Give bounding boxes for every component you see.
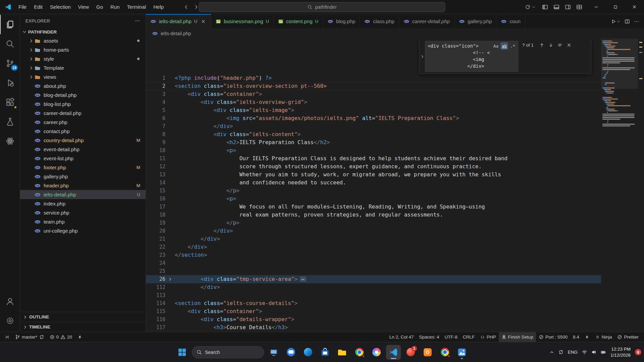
tree-folder-style[interactable]: style — [20, 54, 146, 63]
menu-go[interactable]: Go — [93, 2, 107, 12]
line-number[interactable]: 18 — [146, 211, 165, 219]
status-ninja[interactable]: Ninja — [592, 332, 615, 342]
line-number[interactable]: 22 — [146, 243, 165, 251]
code-line[interactable]: 12 score through structured lessons, exp… — [146, 163, 601, 171]
activity-extensions[interactable] — [0, 93, 20, 112]
tree-file-header.php[interactable]: phpheader.phpM — [20, 181, 146, 190]
status-prettier[interactable]: Prettier — [614, 332, 641, 342]
code-line[interactable]: 3 <div class="container"> — [146, 90, 601, 98]
line-number[interactable]: 116 — [146, 315, 165, 323]
activity-source-control[interactable]: 19 — [0, 54, 20, 73]
tab-content.png[interactable]: content.pngU — [274, 14, 323, 28]
line-number[interactable]: 26 — [146, 275, 165, 283]
menu-run[interactable]: Run — [107, 2, 123, 12]
tree-file-blog-detail.php[interactable]: phpblog-detail.php — [20, 90, 146, 100]
activity-run-and-debug[interactable] — [0, 73, 20, 93]
line-number[interactable]: 4 — [146, 98, 165, 106]
activity-addons[interactable] — [0, 131, 20, 151]
menu-edit[interactable]: Edit — [30, 2, 46, 12]
code-line[interactable]: 17 We focus on all four modules—Listenin… — [146, 203, 601, 211]
line-number[interactable]: 21 — [146, 235, 165, 243]
tree-file-ielts-detail.php[interactable]: phpielts-detail.phpU — [20, 190, 146, 199]
code-line[interactable]: 21 </div> — [146, 235, 601, 243]
code-line[interactable]: 25 — [146, 267, 601, 275]
chevron-up-icon[interactable] — [549, 350, 554, 355]
line-number[interactable]: 10 — [146, 146, 165, 155]
line-number[interactable]: 1 — [146, 74, 165, 82]
battery-icon[interactable] — [601, 350, 606, 355]
code-line[interactable]: 10 <p> — [146, 146, 601, 155]
code-line[interactable]: 2<section class="ielts-overview-section … — [146, 82, 601, 90]
status-git-branch[interactable]: master* — [12, 332, 47, 342]
panel-timeline[interactable]: TIMELINE — [20, 322, 146, 332]
tree-file-event-detail.php[interactable]: phpevent-detail.php — [20, 145, 146, 154]
taskbar-app-photos[interactable] — [454, 345, 469, 360]
explorer-more-actions-icon[interactable] — [135, 18, 140, 23]
taskbar-app-chrome-secondary[interactable] — [437, 345, 452, 360]
status-indentation[interactable]: Spaces: 4 — [417, 332, 442, 342]
tree-file-service.php[interactable]: phpservice.php — [20, 208, 146, 217]
code-line[interactable]: 15 </p> — [146, 187, 601, 195]
find-next-button[interactable] — [547, 41, 555, 49]
code-line[interactable]: 6 <img src="assets/images/photos/ielts.p… — [146, 114, 601, 122]
fold-gutter[interactable] — [165, 275, 175, 283]
menu-help[interactable]: Help — [150, 2, 167, 12]
toggle-secondary-sidebar-icon[interactable] — [563, 2, 573, 12]
activity-explorer[interactable] — [0, 15, 20, 34]
taskbar-app-store[interactable] — [318, 345, 332, 360]
code-line[interactable]: 14 and confidence needed to succeed. — [146, 179, 601, 187]
menu-view[interactable]: View — [74, 2, 93, 12]
code-line[interactable]: 5 <div class="ielts-image"> — [146, 106, 601, 114]
taskbar-app-chrome[interactable] — [352, 345, 367, 360]
maximize-button[interactable] — [606, 0, 625, 14]
taskbar-app-file-explorer-window[interactable] — [266, 345, 281, 360]
customize-layout-icon[interactable] — [575, 2, 584, 12]
taskbar-app-notifications-app[interactable]: 1 — [403, 345, 418, 360]
code-line[interactable]: 23</section> — [146, 251, 601, 259]
taskbar-app-file-explorer[interactable] — [335, 345, 350, 360]
activity-settings[interactable] — [0, 311, 20, 330]
code-line[interactable]: 7 </div> — [146, 122, 601, 130]
code-line[interactable]: 11 Our IELTS Preparation Class is design… — [146, 155, 601, 163]
sync-tray-icon[interactable] — [558, 350, 564, 355]
language-indicator[interactable]: ENG — [568, 350, 578, 355]
tree-file-contact.php[interactable]: phpcontact.php — [20, 127, 146, 136]
code-line[interactable]: 114<section class="ielts-course-details"… — [146, 299, 601, 307]
find-toggle-whole-word[interactable]: ab — [500, 42, 508, 50]
line-number[interactable]: 6 — [146, 114, 165, 122]
refresh-icon[interactable] — [525, 4, 530, 10]
line-number[interactable]: 16 — [146, 195, 165, 203]
menu-file[interactable]: File — [15, 2, 30, 12]
status-eol[interactable]: CRLF — [460, 332, 477, 342]
line-number[interactable]: 20 — [146, 227, 165, 235]
tree-file-gallery.php[interactable]: phpgallery.php — [20, 172, 146, 181]
code-line[interactable]: 4 <div class="ielts-overview-grid"> — [146, 98, 601, 106]
code-line[interactable]: 24 — [146, 259, 601, 267]
command-center-search[interactable]: pathfinder — [199, 2, 445, 12]
tab-blog.php[interactable]: phpblog.php — [323, 14, 360, 28]
toggle-replace-icon[interactable] — [419, 39, 425, 74]
tree-file-footer.php[interactable]: phpfooter.phpM — [20, 163, 146, 172]
taskbar-app-chat[interactable] — [283, 345, 298, 360]
tree-file-team.php[interactable]: phpteam.php — [20, 217, 146, 226]
status-live-status[interactable] — [582, 332, 592, 342]
tree-file-country-detail.php[interactable]: phpcountry-detail.phpM — [20, 136, 146, 145]
split-editor-icon[interactable] — [625, 19, 630, 24]
taskbar-app-edge[interactable] — [301, 345, 315, 360]
project-root[interactable]: PATHFINDER — [20, 27, 146, 36]
find-toggle-use-regex[interactable]: .* — [509, 42, 517, 50]
menu-terminal[interactable]: Terminal — [123, 2, 150, 12]
tree-file-blog-list.php[interactable]: phpblog-list.php — [20, 100, 146, 109]
minimap[interactable] — [601, 39, 638, 332]
code-line[interactable]: 26 <div class="tmp-service-area">⋯ — [146, 275, 601, 283]
code-line[interactable]: 8 <div class="ielts-content"> — [146, 130, 601, 138]
tree-file-event-list.php[interactable]: phpevent-list.php — [20, 154, 146, 163]
line-number[interactable]: 112 — [146, 283, 165, 291]
status-finish-setup[interactable]: Finish Setup — [499, 332, 536, 342]
activity-accounts[interactable] — [0, 292, 20, 311]
taskbar-search[interactable]: Search — [192, 346, 264, 358]
code-line[interactable]: 1<?php include("header.php") ?> — [146, 74, 601, 82]
line-number[interactable]: 8 — [146, 130, 165, 138]
code-line[interactable]: 19 </p> — [146, 219, 601, 227]
tree-file-career.php[interactable]: phpcareer.php — [20, 118, 146, 127]
